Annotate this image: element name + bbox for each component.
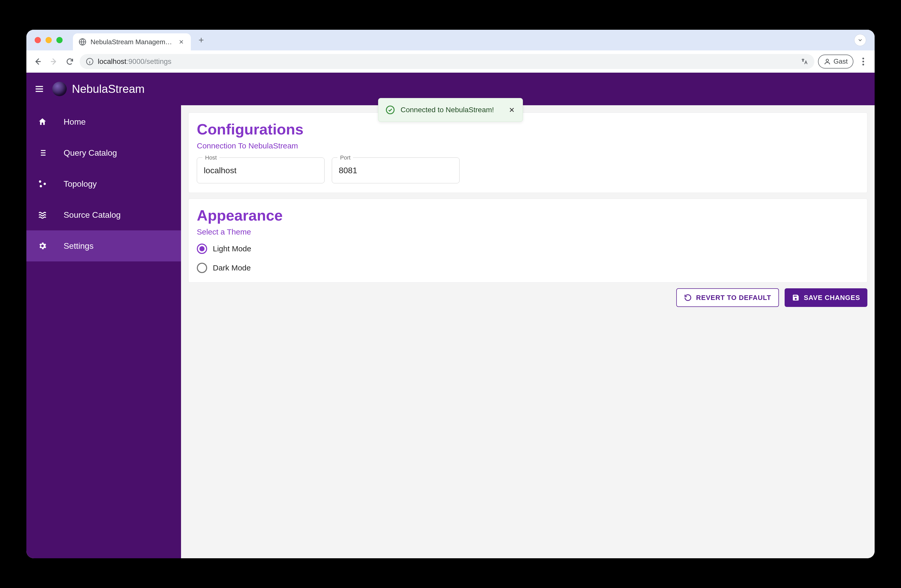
svg-point-2 (826, 59, 828, 61)
port-label: Port (337, 154, 353, 161)
radio-label: Dark Mode (213, 264, 251, 272)
check-circle-icon (386, 105, 395, 115)
sidebar-item-source-catalog[interactable]: Source Catalog (26, 200, 181, 230)
host-field-wrapper: Host (197, 158, 324, 183)
connection-fields: Host Port (197, 158, 859, 183)
app-body: Home Query Catalog Topology (26, 105, 874, 558)
close-window-button[interactable] (35, 37, 41, 43)
url-text: localhost:9000/settings (98, 58, 171, 66)
radio-label: Light Mode (213, 244, 251, 253)
port-input[interactable] (332, 158, 460, 183)
toast-close-button[interactable] (508, 106, 515, 114)
forward-button[interactable] (48, 55, 60, 68)
host-input[interactable] (197, 158, 324, 183)
list-icon (37, 148, 48, 158)
url-host: localhost (98, 58, 126, 66)
brand[interactable]: NebulaStream (52, 82, 145, 96)
tab-title: NebulaStream Management U (90, 38, 173, 46)
svg-point-4 (862, 61, 864, 62)
brand-logo (52, 82, 67, 96)
sidebar-item-label: Home (64, 117, 86, 127)
sidebar: Home Query Catalog Topology (26, 105, 181, 558)
tab-search-button[interactable] (854, 34, 866, 46)
globe-icon (79, 38, 86, 46)
port-field-wrapper: Port (332, 158, 460, 183)
sidebar-item-home[interactable]: Home (26, 106, 181, 137)
menu-toggle-button[interactable] (32, 82, 47, 96)
new-tab-button[interactable] (196, 35, 206, 45)
minimize-window-button[interactable] (45, 37, 52, 43)
nodes-icon (37, 179, 48, 189)
select-theme-label: Select a Theme (197, 228, 859, 236)
revert-label: REVERT TO DEFAULT (696, 294, 771, 302)
browser-toolbar: localhost:9000/settings Gast (26, 50, 874, 73)
sidebar-item-topology[interactable]: Topology (26, 168, 181, 200)
theme-radio-group: Light Mode Dark Mode (197, 243, 859, 273)
info-icon (86, 58, 94, 66)
radio-icon (197, 263, 207, 273)
profile-label: Gast (834, 58, 848, 66)
sidebar-item-settings[interactable]: Settings (26, 230, 181, 261)
sidebar-item-label: Query Catalog (64, 148, 117, 158)
sidebar-item-label: Topology (64, 179, 97, 189)
sidebar-item-label: Source Catalog (64, 210, 121, 220)
save-label: SAVE CHANGES (804, 294, 860, 302)
window-controls (31, 37, 66, 43)
home-icon (37, 117, 48, 126)
content: Configurations Connection To NebulaStrea… (181, 105, 874, 558)
svg-point-5 (862, 64, 864, 66)
gear-icon (37, 241, 48, 251)
theme-option-dark[interactable]: Dark Mode (197, 263, 859, 273)
waves-icon (37, 210, 48, 220)
address-bar[interactable]: localhost:9000/settings (80, 54, 814, 69)
svg-point-3 (862, 58, 864, 59)
toast-success: Connected to NebulaStream! (378, 98, 523, 122)
back-button[interactable] (31, 55, 44, 68)
svg-point-7 (39, 181, 41, 183)
configurations-title: Configurations (197, 120, 859, 138)
profile-chip[interactable]: Gast (818, 55, 853, 69)
theme-option-light[interactable]: Light Mode (197, 243, 859, 254)
configurations-card: Configurations Connection To NebulaStrea… (188, 112, 867, 193)
translate-icon[interactable] (800, 58, 808, 66)
action-row: REVERT TO DEFAULT SAVE CHANGES (188, 288, 867, 307)
toast-message: Connected to NebulaStream! (401, 106, 494, 114)
svg-point-9 (40, 185, 42, 187)
revert-button[interactable]: REVERT TO DEFAULT (676, 288, 779, 307)
brand-title: NebulaStream (72, 83, 145, 95)
appearance-title: Appearance (197, 207, 859, 224)
radio-icon (197, 243, 207, 254)
browser-tab[interactable]: NebulaStream Management U (73, 33, 191, 50)
close-tab-button[interactable] (178, 38, 185, 46)
appearance-card: Appearance Select a Theme Light Mode Dar… (188, 198, 867, 282)
app-root: NebulaStream Connected to NebulaStream! … (26, 73, 874, 558)
connection-subtitle: Connection To NebulaStream (197, 142, 859, 150)
reload-button[interactable] (64, 55, 76, 68)
svg-point-8 (44, 183, 46, 185)
host-label: Host (203, 154, 219, 161)
browser-window: NebulaStream Management U (26, 30, 874, 558)
save-icon (792, 294, 800, 301)
browser-menu-button[interactable] (857, 55, 870, 68)
url-path: :9000/settings (126, 58, 171, 66)
maximize-window-button[interactable] (56, 37, 62, 43)
sidebar-item-label: Settings (64, 241, 94, 251)
save-button[interactable]: SAVE CHANGES (785, 288, 867, 307)
tab-strip: NebulaStream Management U (26, 30, 874, 50)
sidebar-item-query-catalog[interactable]: Query Catalog (26, 137, 181, 168)
restore-icon (684, 294, 692, 301)
